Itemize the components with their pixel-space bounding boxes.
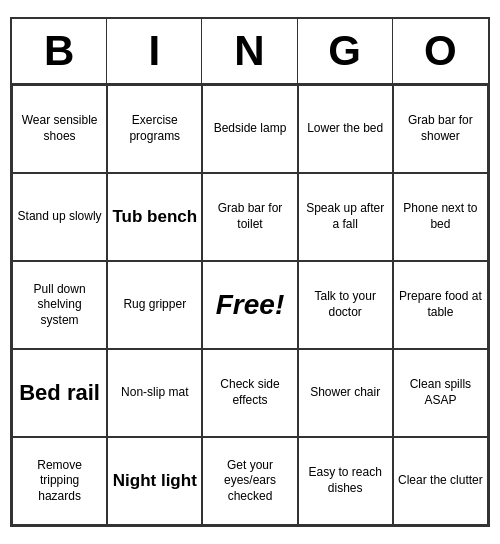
bingo-header: BINGO [12,19,488,85]
bingo-cell-16: Non-slip mat [107,349,202,437]
bingo-cell-20: Remove tripping hazards [12,437,107,525]
bingo-cell-15: Bed rail [12,349,107,437]
bingo-cell-24: Clear the clutter [393,437,488,525]
bingo-cell-3: Lower the bed [298,85,393,173]
bingo-cell-11: Rug gripper [107,261,202,349]
bingo-cell-18: Shower chair [298,349,393,437]
bingo-cell-8: Speak up after a fall [298,173,393,261]
bingo-grid: Wear sensible shoesExercise programsBeds… [12,85,488,525]
bingo-cell-5: Stand up slowly [12,173,107,261]
bingo-card: BINGO Wear sensible shoesExercise progra… [10,17,490,527]
bingo-cell-14: Prepare food at table [393,261,488,349]
bingo-cell-6: Tub bench [107,173,202,261]
bingo-letter-b: B [12,19,107,83]
bingo-cell-7: Grab bar for toilet [202,173,297,261]
bingo-cell-0: Wear sensible shoes [12,85,107,173]
bingo-cell-2: Bedside lamp [202,85,297,173]
bingo-cell-10: Pull down shelving system [12,261,107,349]
bingo-cell-21: Night light [107,437,202,525]
bingo-cell-23: Easy to reach dishes [298,437,393,525]
bingo-letter-o: O [393,19,488,83]
bingo-cell-4: Grab bar for shower [393,85,488,173]
bingo-cell-1: Exercise programs [107,85,202,173]
bingo-cell-12: Free! [202,261,297,349]
bingo-letter-g: G [298,19,393,83]
bingo-cell-17: Check side effects [202,349,297,437]
bingo-cell-9: Phone next to bed [393,173,488,261]
bingo-cell-19: Clean spills ASAP [393,349,488,437]
bingo-letter-i: I [107,19,202,83]
bingo-cell-22: Get your eyes/ears checked [202,437,297,525]
bingo-cell-13: Talk to your doctor [298,261,393,349]
bingo-letter-n: N [202,19,297,83]
